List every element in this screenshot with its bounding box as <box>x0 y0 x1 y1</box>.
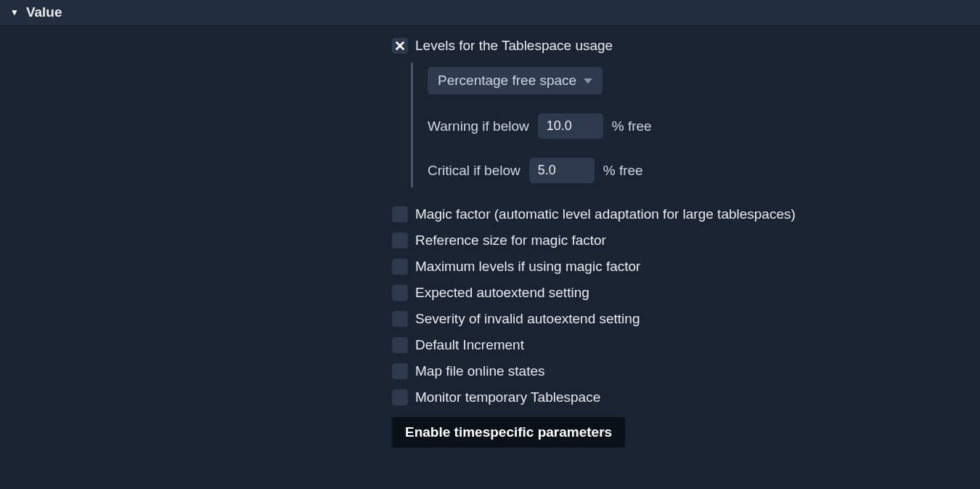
option-label: Monitor temporary Tablespace <box>415 389 600 405</box>
levels-label: Levels for the Tablespace usage <box>415 38 613 54</box>
option-label: Map file online states <box>415 363 545 379</box>
option-row: Default Increment <box>392 337 980 353</box>
option-row: Reference size for magic factor <box>392 233 980 248</box>
critical-label: Critical if below <box>428 163 520 179</box>
dropdown-selected: Percentage free space <box>438 73 576 89</box>
option-label: Magic factor (automatic level adaptation… <box>415 206 796 222</box>
option-row: Monitor temporary Tablespace <box>392 389 980 405</box>
warning-unit: % free <box>612 118 652 134</box>
option-row: Map file online states <box>392 363 980 379</box>
section-title: Value <box>26 4 62 20</box>
option-label: Reference size for magic factor <box>415 233 606 248</box>
chevron-down-icon <box>584 78 592 84</box>
option-label: Maximum levels if using magic factor <box>415 259 640 275</box>
levels-row: Levels for the Tablespace usage <box>392 38 980 54</box>
warning-label: Warning if below <box>428 118 529 134</box>
critical-row: Critical if below % free <box>428 158 980 183</box>
option-checkbox[interactable] <box>392 311 408 327</box>
disclosure-triangle-icon[interactable]: ▼ <box>10 7 19 17</box>
option-checkbox[interactable] <box>392 389 408 405</box>
value-content: Levels for the Tablespace usage Percenta… <box>0 25 980 448</box>
option-label: Default Increment <box>415 337 524 353</box>
option-row: Severity of invalid autoextend setting <box>392 311 980 327</box>
section-header[interactable]: ▼ Value <box>0 0 980 25</box>
option-row: Maximum levels if using magic factor <box>392 259 980 275</box>
option-checkbox[interactable] <box>392 285 408 301</box>
levels-checkbox[interactable] <box>392 38 408 54</box>
option-label: Expected autoextend setting <box>415 285 589 301</box>
enable-timespecific-button[interactable]: Enable timespecific parameters <box>392 417 625 448</box>
close-x-icon <box>395 41 405 51</box>
option-label: Severity of invalid autoextend setting <box>415 311 640 327</box>
option-row: Magic factor (automatic level adaptation… <box>392 206 980 222</box>
critical-unit: % free <box>603 163 643 179</box>
critical-input[interactable] <box>529 158 595 183</box>
levels-mode-dropdown[interactable]: Percentage free space <box>428 67 603 94</box>
option-checkbox[interactable] <box>392 259 408 275</box>
warning-input[interactable] <box>538 113 603 139</box>
option-checkbox[interactable] <box>392 363 408 379</box>
option-row: Expected autoextend setting <box>392 285 980 301</box>
levels-config-block: Percentage free space Warning if below %… <box>411 62 980 187</box>
options-list: Magic factor (automatic level adaptation… <box>392 206 980 405</box>
option-checkbox[interactable] <box>392 337 408 353</box>
option-checkbox[interactable] <box>392 206 408 222</box>
option-checkbox[interactable] <box>392 233 408 248</box>
warning-row: Warning if below % free <box>428 113 980 139</box>
